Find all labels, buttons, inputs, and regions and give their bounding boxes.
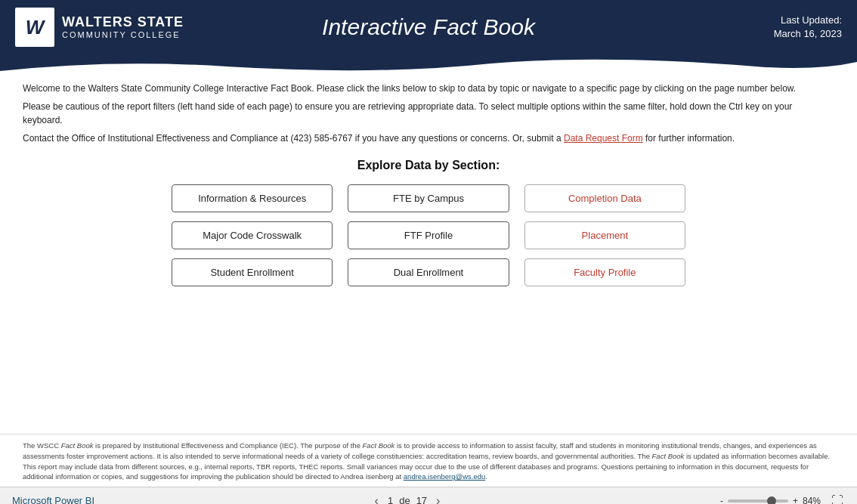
btn-placement[interactable]: Placement [524,221,685,249]
main-content: Welcome to the Walters State Community C… [0,71,857,434]
fullscreen-button[interactable]: ⛶ [830,494,845,504]
last-updated-label: Last Updated: [774,14,842,27]
intro-line3: Contact the Office of Institutional Effe… [23,131,834,145]
last-updated: Last Updated: March 16, 2023 [774,14,842,41]
zoom-minus-label: - [720,496,723,504]
zoom-percent: 84% [803,496,821,504]
intro-line3-post: for further information. [643,133,735,144]
intro-line1: Welcome to the Walters State Community C… [23,82,834,95]
page-separator: de [399,495,410,504]
page-current: 1 [388,495,393,504]
logo-box: W [15,8,54,47]
email-link[interactable]: andrea.isenberg@ws.edu [404,472,485,481]
btn-ftf-profile[interactable]: FTF Profile [348,221,509,249]
intro-line2: Please be cautious of the report filters… [23,100,834,127]
bottom-bar: Microsoft Power BI ‹ 1 de 17 › - + 84% ⛶ [0,487,857,504]
zoom-slider[interactable] [728,499,788,502]
pagination: ‹ 1 de 17 › [372,494,444,504]
section-button-grid: Information & Resources FTE by Campus Co… [172,184,685,286]
btn-major-code-crosswalk[interactable]: Major Code Crosswalk [172,221,333,249]
btn-completion-data[interactable]: Completion Data [524,184,685,212]
data-request-link[interactable]: Data Request Form [564,133,643,144]
zoom-plus-label: + [793,496,798,504]
last-updated-date: March 16, 2023 [774,27,842,41]
intro-line3-pre: Contact the Office of Institutional Effe… [23,133,564,144]
college-subtitle: COMMUNITY COLLEGE [62,30,184,40]
page-total: 17 [416,495,427,504]
btn-information-resources[interactable]: Information & Resources [172,184,333,212]
btn-student-enrollment[interactable]: Student Enrollment [172,258,333,286]
zoom-control: - + 84% [720,496,821,504]
footer-text: The WSCC Fact Book is prepared by Instit… [23,441,830,481]
logo-letter: W [26,16,45,39]
next-page-button[interactable]: › [433,494,443,504]
wave-divider [0,54,857,71]
section-title: Explore Data by Section: [23,159,834,172]
btn-fte-by-campus[interactable]: FTE by Campus [348,184,509,212]
college-name: WALTERS STATE [62,14,184,31]
footer-note: The WSCC Fact Book is prepared by Instit… [0,434,857,487]
btn-dual-enrollment[interactable]: Dual Enrollment [348,258,509,286]
page-header: W WALTERS STATE COMMUNITY COLLEGE Intera… [0,0,857,54]
bottom-right-controls: - + 84% ⛶ [720,494,845,504]
btn-faculty-profile[interactable]: Faculty Profile [524,258,685,286]
college-logo: W WALTERS STATE COMMUNITY COLLEGE [15,8,184,47]
power-bi-link[interactable]: Microsoft Power BI [12,495,94,504]
college-name-block: WALTERS STATE COMMUNITY COLLEGE [62,14,184,41]
prev-page-button[interactable]: ‹ [372,494,382,504]
zoom-thumb [767,496,776,504]
page-title: Interactive Fact Book [322,14,535,40]
